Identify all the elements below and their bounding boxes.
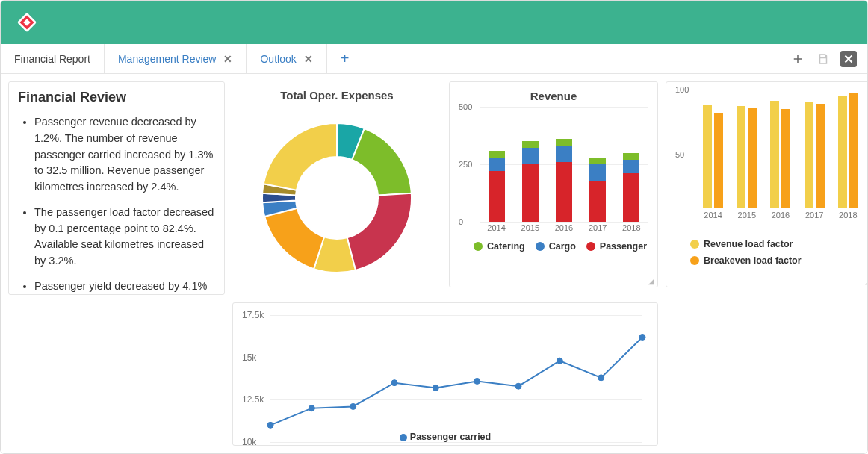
panel-title: Financial Review: [18, 90, 215, 105]
revenue-chart-panel: Revenue 025050020142015201620172018 Cate…: [449, 81, 658, 287]
add-widget-button[interactable]: [790, 51, 806, 67]
svg-point-8: [474, 378, 480, 384]
series-color-swatch: [536, 242, 545, 251]
svg-point-5: [350, 403, 356, 409]
tab-management-review[interactable]: Management Review✕: [105, 44, 247, 73]
tab-financial-report[interactable]: Financial Report: [1, 44, 105, 73]
review-bullet: Passenger revenue decreased by 1.2%. The…: [34, 114, 215, 196]
expenses-donut-panel: Total Oper. Expenses Inflight serviceLan…: [232, 81, 441, 295]
legend-item[interactable]: Passenger: [586, 241, 647, 252]
app-header: Projects: Dolphin Project▾ / Financial R…: [1, 1, 867, 44]
tab-bar: Financial Report Management Review✕ Outl…: [1, 44, 867, 74]
svg-point-7: [433, 385, 438, 391]
svg-point-3: [267, 422, 273, 428]
add-tab-button[interactable]: +: [327, 44, 363, 73]
legend-item[interactable]: Catering: [474, 241, 525, 252]
resize-handle[interactable]: [865, 276, 867, 285]
svg-point-11: [598, 375, 604, 381]
close-button[interactable]: [840, 51, 857, 67]
svg-point-12: [639, 334, 645, 340]
series-color-swatch: [474, 242, 483, 251]
svg-point-4: [309, 405, 314, 411]
close-icon[interactable]: ✕: [223, 53, 232, 65]
review-bullet: Passenger yield decreased by 4.1% to 51.…: [34, 279, 215, 295]
svg-point-10: [557, 358, 562, 364]
legend-item[interactable]: Revenue load factor: [690, 239, 793, 249]
legend-item[interactable]: Inflight service: [249, 294, 433, 295]
close-icon[interactable]: ✕: [304, 53, 313, 65]
tab-outlook[interactable]: Outlook✕: [247, 44, 326, 73]
load-factor-chart-panel: 5010020142015201620172018 Revenue load f…: [666, 81, 867, 287]
chart-caption: Passenger carried: [233, 432, 657, 442]
series-color-swatch: [400, 434, 407, 441]
series-color-swatch: [690, 240, 699, 249]
save-button: [815, 51, 831, 67]
save-icon: [816, 52, 830, 66]
resize-handle[interactable]: [648, 276, 654, 285]
plus-icon: [791, 52, 805, 66]
financial-review-panel: Financial Review Passenger revenue decre…: [8, 81, 225, 295]
review-bullet: The passenger load factor decreased by 0…: [34, 205, 215, 270]
series-color-swatch: [690, 256, 699, 265]
legend-item[interactable]: Breakeven load factor: [690, 255, 802, 266]
chart-title: Revenue: [459, 90, 648, 102]
chart-title: Total Oper. Expenses: [241, 89, 433, 102]
app-logo[interactable]: [14, 10, 40, 35]
dashboard: Financial Review Passenger revenue decre…: [1, 74, 867, 453]
legend-item[interactable]: Cargo: [536, 241, 576, 252]
series-color-swatch: [586, 242, 595, 251]
svg-point-6: [391, 380, 397, 386]
close-icon: [842, 52, 855, 66]
passenger-line-panel: 10k12.5k15k17.5k1H142H141H152H151H162H16…: [232, 302, 658, 446]
svg-point-9: [515, 383, 521, 389]
diamond-icon: [14, 10, 40, 35]
